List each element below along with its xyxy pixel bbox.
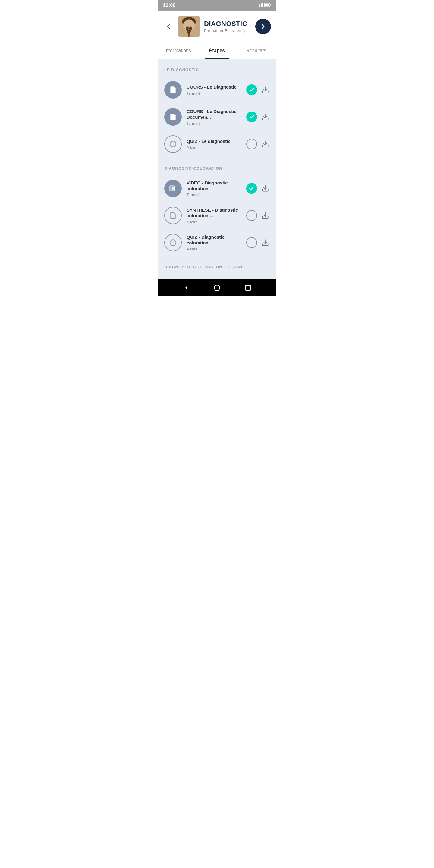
item-status: Terminé (187, 91, 241, 96)
list-item: QUIZ - Diagnostic coloration A faire (158, 229, 276, 256)
nav-back-button[interactable] (181, 282, 191, 293)
list-item: QUIZ - Le diagnostic A faire (158, 130, 276, 158)
item-title: QUIZ - Diagnostic coloration (187, 234, 241, 246)
item-status: A faire (187, 145, 241, 150)
item-actions (246, 210, 270, 221)
svg-rect-3 (265, 4, 269, 6)
section-header-flash: DIAGNOSTIC COLORATION + FLASH (158, 256, 276, 273)
completion-empty (246, 237, 257, 248)
item-status: Terminé (187, 121, 241, 126)
item-status: A faire (187, 247, 241, 251)
item-actions (246, 183, 270, 194)
item-actions (246, 84, 270, 95)
item-status: Terminé (187, 193, 241, 197)
section-header-le-diagnostic: LE DIAGNOSTIC (158, 59, 276, 76)
tab-resultats[interactable]: Résultats (237, 42, 276, 59)
item-text-synthese: SYNTHÈSE - Diagnostic coloration ... A f… (187, 207, 241, 224)
item-actions (246, 112, 270, 122)
item-icon-quiz-1 (164, 135, 182, 153)
course-title: DIAGNOSTIC (204, 20, 251, 28)
item-icon-video (164, 180, 182, 197)
item-text-quiz-1: QUIZ - Le diagnostic A faire (187, 138, 241, 150)
status-bar: 12:00 (158, 0, 276, 11)
nav-home-button[interactable] (212, 282, 222, 293)
svg-point-18 (214, 285, 220, 290)
course-avatar (178, 16, 200, 37)
item-icon-quiz-coloration (164, 234, 182, 251)
svg-marker-17 (185, 286, 187, 290)
item-icon-synthese (164, 207, 182, 224)
item-icon-cours-1 (164, 81, 182, 98)
tab-informations[interactable]: Informations (158, 42, 197, 59)
download-button[interactable] (261, 113, 270, 121)
item-actions (246, 138, 270, 150)
completion-empty (246, 210, 257, 221)
section-header-diagnostic-coloration: DIAGNOSTIC COLORATION (158, 158, 276, 175)
item-title: SYNTHÈSE - Diagnostic coloration ... (187, 207, 241, 219)
download-button[interactable] (261, 238, 270, 247)
item-text-video: VIDÉO - Diagnostic coloration Terminé (187, 180, 241, 197)
download-button[interactable] (261, 85, 270, 94)
svg-marker-0 (261, 3, 262, 7)
signal-icon (257, 3, 262, 8)
header: DIAGNOSTIC Formation E-Learning (158, 11, 276, 42)
item-actions (246, 237, 270, 248)
item-title: QUIZ - Le diagnostic (187, 138, 241, 144)
status-time: 12:00 (163, 3, 176, 8)
bottom-nav (158, 279, 276, 296)
item-text-cours-2: COURS - Le Diagnostic - Documen... Termi… (187, 108, 241, 126)
main-content: LE DIAGNOSTIC COURS - Le Diagnostic Term… (158, 59, 276, 279)
list-item: COURS - Le Diagnostic - Documen... Termi… (158, 103, 276, 130)
next-button[interactable] (255, 19, 271, 34)
list-item: SYNTHÈSE - Diagnostic coloration ... A f… (158, 202, 276, 229)
item-status: A faire (187, 220, 241, 224)
svg-rect-19 (246, 285, 250, 290)
battery-icon (264, 3, 271, 8)
header-info: DIAGNOSTIC Formation E-Learning (204, 20, 251, 33)
list-item: VIDÉO - Diagnostic coloration Terminé (158, 175, 276, 202)
nav-recent-button[interactable] (243, 282, 253, 293)
download-button[interactable] (261, 184, 270, 193)
download-button[interactable] (261, 140, 270, 149)
svg-rect-4 (270, 4, 271, 6)
status-icons (257, 3, 271, 8)
tab-etapes[interactable]: Étapes (197, 42, 237, 59)
completion-check (246, 84, 257, 95)
item-title: COURS - Le Diagnostic - Documen... (187, 108, 241, 120)
completion-empty (246, 138, 257, 150)
item-icon-cours-2 (164, 108, 182, 126)
download-button[interactable] (261, 211, 270, 220)
back-button[interactable] (163, 21, 174, 32)
item-title: COURS - Le Diagnostic (187, 84, 241, 90)
item-text-quiz-coloration: QUIZ - Diagnostic coloration A faire (187, 234, 241, 251)
completion-check (246, 112, 257, 122)
tab-bar: Informations Étapes Résultats (158, 42, 276, 59)
course-subtitle: Formation E-Learning (204, 28, 251, 33)
completion-check (246, 183, 257, 194)
item-title: VIDÉO - Diagnostic coloration (187, 180, 241, 192)
svg-marker-1 (259, 4, 260, 7)
list-item: COURS - Le Diagnostic Terminé (158, 76, 276, 103)
item-text-cours-1: COURS - Le Diagnostic Terminé (187, 84, 241, 96)
